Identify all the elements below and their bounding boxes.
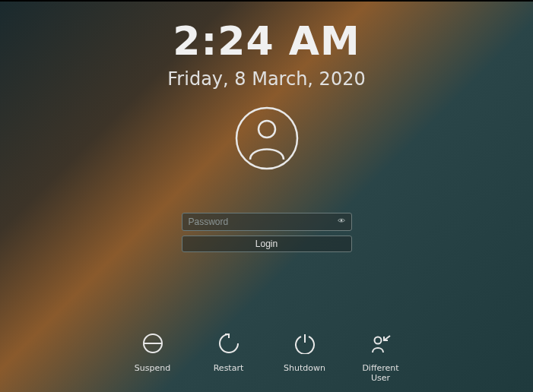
restart-label: Restart bbox=[214, 363, 244, 373]
user-avatar-icon bbox=[235, 106, 299, 170]
date-display: Friday, 8 March, 2020 bbox=[167, 68, 365, 90]
power-icon bbox=[294, 333, 316, 354]
suspend-label: Suspend bbox=[135, 363, 170, 373]
suspend-button[interactable]: Suspend bbox=[132, 333, 174, 373]
password-row bbox=[182, 213, 352, 231]
restart-icon bbox=[218, 333, 240, 354]
reveal-password-icon[interactable] bbox=[335, 216, 347, 228]
login-button[interactable]: Login bbox=[182, 236, 352, 252]
svg-point-2 bbox=[340, 220, 342, 222]
clock-area: 2:24 AM Friday, 8 March, 2020 bbox=[167, 18, 365, 90]
switch-user-icon bbox=[370, 333, 392, 354]
login-form: Login bbox=[182, 213, 352, 252]
different-user-label: Different User bbox=[360, 363, 402, 383]
shutdown-label: Shutdown bbox=[284, 363, 325, 373]
user-avatar bbox=[235, 106, 299, 173]
suspend-icon bbox=[142, 333, 163, 354]
time-display: 2:24 AM bbox=[167, 18, 365, 64]
different-user-button[interactable]: Different User bbox=[360, 333, 402, 383]
svg-point-6 bbox=[374, 337, 381, 343]
shutdown-button[interactable]: Shutdown bbox=[284, 333, 326, 373]
system-actions: Suspend Restart Shutdown bbox=[132, 333, 402, 383]
password-input[interactable] bbox=[182, 213, 352, 231]
restart-button[interactable]: Restart bbox=[208, 333, 250, 373]
svg-point-1 bbox=[259, 121, 275, 138]
